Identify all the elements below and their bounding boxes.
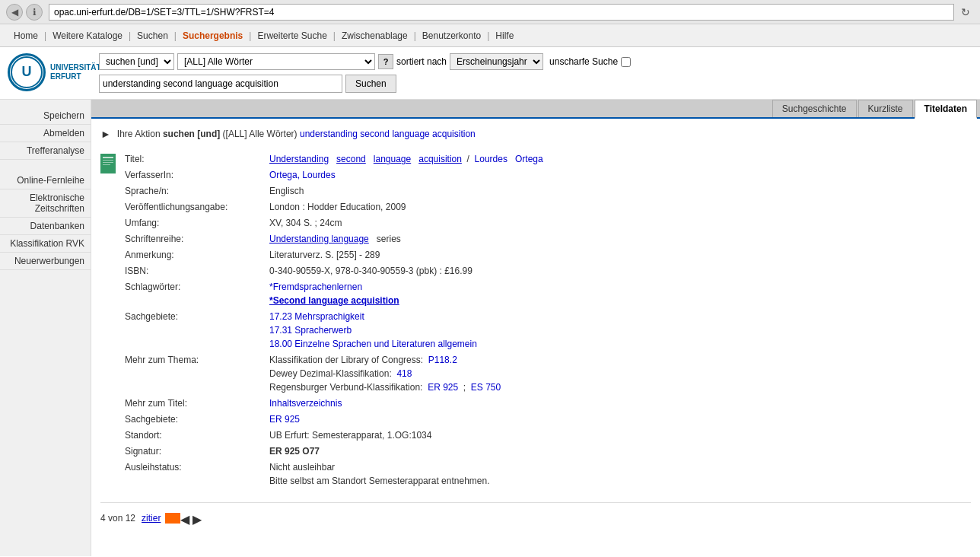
nav-zwischenablage[interactable]: Zwischenablage [336, 30, 414, 41]
tab-titeldaten[interactable]: Titeldaten [915, 100, 977, 119]
sachgebiet3-link[interactable]: 18.00 Einzelne Sprachen und Literaturen … [269, 339, 477, 349]
verfasserin-value: Ortega, Lourdes [269, 168, 971, 182]
title-link-second[interactable]: second [336, 154, 366, 164]
sidebar-item-abmelden[interactable]: Abmelden [0, 125, 91, 142]
sidebar-item-datenbanken[interactable]: Datenbanken [0, 218, 91, 235]
nav-weitere-kataloge[interactable]: Weitere Kataloge [46, 30, 129, 41]
svg-rect-4 [103, 160, 113, 161]
mehr-titel-row: Mehr zum Titel: Inhaltsverzeichnis [125, 396, 971, 410]
verfasserin-label: VerfasserIn: [125, 168, 269, 182]
action-query-link[interactable]: understanding second language acquisitio… [300, 129, 476, 139]
info-button[interactable]: ℹ [26, 4, 43, 21]
title-author-lourdes[interactable]: Lourdes [475, 154, 508, 164]
main-layout: Speichern Abmelden Trefferanalyse Online… [0, 100, 980, 556]
sidebar-item-klassifikation-rvk[interactable]: Klassifikation RVK [0, 235, 91, 253]
regensburg-prefix: Regensburger Verbund-Klassifikation: [269, 382, 422, 393]
isbn-value: 0-340-90559-X, 978-0-340-90559-3 (pbk) :… [269, 264, 971, 278]
nav-suchen[interactable]: Suchen [131, 30, 174, 41]
sachgebiet1-link[interactable]: 17.23 Mehrsprachigkeit [269, 311, 364, 322]
logo-circle: U [8, 53, 46, 91]
svg-rect-5 [103, 162, 113, 163]
next-page-button[interactable]: ▶ [192, 512, 202, 527]
sprache-value: Englisch [269, 184, 971, 198]
tab-kurzliste[interactable]: Kurzliste [858, 100, 913, 117]
dewey-link[interactable]: 418 [396, 368, 412, 379]
title-link-acquisition[interactable]: acquisition [418, 154, 462, 164]
pagination: 4 von 12 zitier ◀ ▶ [100, 502, 971, 533]
standort-label: Standort: [125, 428, 269, 442]
sachgebiete2-link[interactable]: ER 925 [269, 414, 300, 425]
tab-suchgeschichte[interactable]: Suchgeschichte [772, 100, 857, 117]
detail-table: Titel: Understanding second language acq… [125, 152, 971, 490]
signatur-row: Signatur: ER 925 O77 [125, 444, 971, 458]
title-author-ortega[interactable]: Ortega [515, 154, 543, 164]
action-middle: ([ALL] Alle Wörter) [223, 129, 298, 139]
lc-link[interactable]: P118.2 [428, 355, 457, 365]
sidebar-item-online-fernleihe[interactable]: Online-Fernleihe [0, 172, 91, 189]
inhaltsverzeichnis-link[interactable]: Inhaltsverzeichnis [269, 398, 342, 409]
schlagwoerter-row: Schlagwörter: *Fremdsprachenlernen *Seco… [125, 280, 971, 307]
isbn-row: ISBN: 0-340-90559-X, 978-0-340-90559-3 (… [125, 264, 971, 278]
umfang-value: XV, 304 S. ; 24cm [269, 216, 971, 230]
reg-link2[interactable]: ES 750 [471, 382, 501, 393]
svg-text:U: U [22, 64, 32, 79]
sachgebiet2-link[interactable]: 17.31 Spracherwerb [269, 325, 352, 336]
schlagwort2-link[interactable]: *Second language acquisition [269, 295, 399, 306]
nav-home[interactable]: Home [8, 30, 44, 41]
content: Suchgeschichte Kurzliste Titeldaten ► Ih… [91, 100, 980, 556]
ausleihstatus-label: Ausleihstatus: [125, 460, 269, 488]
schriftenreihe-link[interactable]: Understanding language [269, 234, 369, 244]
isbn-label: ISBN: [125, 264, 269, 278]
mehr-thema-row: Mehr zum Thema: Klassifikation der Libra… [125, 353, 971, 394]
sprache-row: Sprache/n: Englisch [125, 184, 971, 198]
fuzzy-checkbox[interactable] [621, 57, 631, 67]
veroeffentlichung-row: Veröffentlichungsangabe: London : Hodder… [125, 200, 971, 214]
sidebar-section-bottom: Online-Fernleihe Elektronische Zeitschri… [0, 172, 91, 270]
book-img [100, 154, 116, 173]
svg-rect-2 [100, 154, 116, 173]
nav-hilfe[interactable]: Hilfe [489, 30, 520, 41]
book-card: Titel: Understanding second language acq… [100, 152, 971, 490]
sidebar-item-elektronische-zeitschriften[interactable]: Elektronische Zeitschriften [0, 189, 91, 218]
zitier-link[interactable]: zitier [142, 513, 161, 524]
nav-erweiterte-suche[interactable]: Erweiterte Suche [251, 30, 332, 41]
nav-bar: Home | Weitere Kataloge | Suchen | Suche… [0, 24, 980, 47]
reg-link1[interactable]: ER 925 [428, 382, 458, 393]
schlagwort1-link[interactable]: *Fremdsprachenlernen [269, 282, 362, 292]
standort-value: UB Erfurt: Semesterapparat, 1.OG:1034 [269, 428, 971, 442]
schriftenreihe-value: Understanding language series [269, 232, 971, 246]
umfang-row: Umfang: XV, 304 S. ; 24cm [125, 216, 971, 230]
search-button[interactable]: Suchen [345, 75, 396, 93]
field-dropdown[interactable]: [ALL] Alle Wörter [177, 53, 375, 70]
sidebar-item-speichern[interactable]: Speichern [0, 107, 91, 125]
signatur-value: ER 925 O77 [269, 444, 971, 458]
nav-benutzerkonto[interactable]: Benutzerkonto [416, 30, 487, 41]
browser-bar: ◀ ℹ ↻ [0, 0, 980, 24]
refresh-button[interactable]: ↻ [957, 4, 974, 21]
title-link-understanding[interactable]: Understanding [269, 154, 329, 164]
prev-page-button[interactable]: ◀ [180, 512, 189, 527]
sachgebiete2-row: Sachgebiete: ER 925 [125, 412, 971, 426]
help-button[interactable]: ? [378, 54, 393, 69]
schriftenreihe-label: Schriftenreihe: [125, 232, 269, 246]
url-bar[interactable] [49, 4, 954, 21]
schriftenreihe-suffix: series [377, 234, 401, 244]
schriftenreihe-row: Schriftenreihe: Understanding language s… [125, 232, 971, 246]
title-row: Titel: Understanding second language acq… [125, 152, 971, 166]
page-info: 4 von 12 [100, 513, 135, 524]
sidebar-item-neuerwerbungen[interactable]: Neuerwerbungen [0, 253, 91, 270]
sort-dropdown[interactable]: Erscheinungsjahr [450, 53, 543, 70]
ausleihstatus-value: Nicht ausleihbar Bitte selbst am Standor… [269, 460, 971, 488]
veroeffentlichung-value: London : Hodder Education, 2009 [269, 200, 971, 214]
sachgebiete-label: Sachgebiete: [125, 310, 269, 351]
action-line: ► Ihre Aktion suchen [und] ([ALL] Alle W… [100, 125, 971, 143]
search-input[interactable] [99, 75, 342, 93]
verfasserin-link[interactable]: Ortega, Lourdes [269, 170, 336, 180]
back-button[interactable]: ◀ [6, 4, 23, 21]
title-link-language[interactable]: language [374, 154, 411, 164]
logo-area: U UNIVERSITÄT ERFURT [8, 53, 99, 91]
operator-dropdown[interactable]: suchen [und] [99, 53, 174, 70]
nav-suchergebnis[interactable]: Suchergebnis [177, 30, 249, 41]
svg-rect-3 [103, 157, 113, 158]
sidebar-item-trefferanalyse[interactable]: Trefferanalyse [0, 142, 91, 160]
